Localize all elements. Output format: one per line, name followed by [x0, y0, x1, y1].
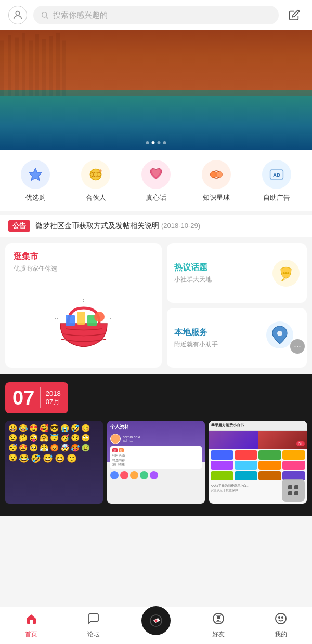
search-icon — [41, 11, 49, 19]
nav-friends[interactable]: 好友 — [187, 612, 250, 639]
guanggao-icon-circle: AD — [262, 160, 291, 189]
svg-point-27 — [94, 312, 105, 322]
svg-rect-10 — [42, 39, 46, 96]
content-card-2[interactable]: 个人资料 admin coxiadm... 热 荐 社区活动 精选内容 热门话题 — [107, 421, 205, 504]
announcement-text: 微梦社区金币获取方式及发帖相关说明 (2018-10-29) — [35, 221, 200, 231]
svg-rect-9 — [35, 34, 39, 96]
svg-rect-36 — [294, 485, 298, 489]
zhishi-icon-circle — [202, 160, 231, 189]
svg-rect-3 — [0, 30, 312, 96]
content-card-1[interactable]: 😀😂😍🥰😎 😭🤣😊😉🤔 😜🤗😇🥳😏 🙄😴🤩🥺😤 😡🤯🥵🤢😵 😂🤣😅😆🙂 — [5, 421, 103, 504]
nav-forum-label: 论坛 — [87, 630, 100, 639]
svg-line-2 — [46, 17, 48, 19]
banner-dot-2[interactable] — [152, 141, 155, 144]
nav-forum[interactable]: 论坛 — [62, 612, 125, 639]
svg-rect-12 — [56, 33, 60, 96]
svg-point-31 — [283, 272, 285, 274]
svg-point-45 — [276, 613, 286, 624]
date-month: 07月 — [46, 397, 61, 407]
bottom-spacer — [0, 516, 312, 558]
svg-text:AD: AD — [273, 172, 280, 178]
avatar[interactable] — [8, 6, 27, 24]
nav-mine[interactable]: 我的 — [250, 612, 312, 639]
svg-rect-8 — [29, 40, 33, 96]
zhenshenghua-icon-circle — [141, 160, 171, 189]
floating-grid-button[interactable] — [282, 479, 305, 502]
svg-point-21 — [216, 171, 222, 178]
date-box: 07 2018 07月 — [5, 382, 68, 413]
cards-grid: 逛集市 优质商家任你选 — [0, 238, 312, 373]
date-day: 07 — [12, 388, 34, 408]
card-local-service-icon-wrap: ··· — [266, 321, 300, 355]
search-placeholder: 搜索你感兴趣的 — [53, 10, 108, 20]
banner-water — [0, 90, 312, 150]
card-hot-topics-subtitle: 小社群大天地 — [174, 275, 212, 284]
nav-home-label: 首页 — [25, 630, 37, 639]
nav-discover[interactable] — [125, 616, 187, 635]
svg-point-19 — [99, 169, 101, 172]
card-local-service[interactable]: 本地服务 附近就有小助手 ··· — [167, 308, 307, 368]
banner-image — [0, 30, 312, 150]
friends-icon — [212, 612, 225, 628]
card-right-column: 热议话题 小社群大天地 本地服务 附近就有小助手 — [167, 243, 307, 368]
quick-icon-guanggao[interactable]: AD 自助广告 — [246, 160, 307, 203]
svg-point-47 — [282, 617, 283, 618]
svg-rect-5 — [8, 35, 11, 96]
banner-dots — [146, 141, 166, 144]
content-header: 07 2018 07月 — [5, 382, 307, 413]
svg-point-32 — [285, 272, 287, 274]
date-month-year: 2018 07月 — [46, 390, 61, 407]
banner-dot-1[interactable] — [146, 141, 149, 144]
content-card-1-bg: 😀😂😍🥰😎 😭🤣😊😉🤔 😜🤗😇🥳😏 🙄😴🤩🥺😤 😡🤯🥵🤢😵 😂🤣😅😆🙂 — [5, 421, 103, 504]
date-divider — [40, 387, 41, 408]
quick-icon-zhishi[interactable]: 知识星球 — [186, 160, 246, 203]
huoban-icon-circle — [81, 160, 110, 189]
card-local-service-title: 本地服务 — [174, 327, 218, 338]
svg-point-0 — [16, 11, 19, 15]
discover-center-button[interactable] — [141, 606, 171, 635]
svg-rect-13 — [62, 40, 66, 96]
announcement-bar[interactable]: 公告 微梦社区金币获取方式及发帖相关说明 (2018-10-29) — [0, 215, 312, 237]
card-hot-topics-icon — [272, 260, 300, 287]
banner — [0, 30, 312, 150]
card-market-title: 逛集市 — [14, 252, 38, 261]
content-section: 07 2018 07月 😀😂😍🥰😎 😭🤣😊😉🤔 😜🤗😇🥳😏 🙄😴🤩🥺😤 😡🤯🥵🤢… — [0, 374, 312, 516]
svg-rect-37 — [288, 491, 292, 495]
svg-rect-25 — [77, 312, 85, 325]
content-card-2-bg: 个人资料 admin coxiadm... 热 荐 社区活动 精选内容 热门话题 — [107, 421, 205, 504]
svg-point-41 — [155, 619, 158, 622]
card-hot-topics-title: 热议话题 — [174, 262, 212, 273]
card-local-service-subtitle: 附近就有小助手 — [174, 340, 218, 349]
card-hot-topics-text: 热议话题 小社群大天地 — [174, 262, 212, 284]
card-market-subtitle: 优质商家任你选 — [14, 264, 153, 273]
announcement-badge: 公告 — [8, 220, 30, 232]
home-icon — [25, 612, 37, 628]
nav-mine-label: 我的 — [275, 630, 287, 639]
edit-button[interactable] — [285, 6, 304, 24]
svg-rect-4 — [0, 40, 4, 96]
svg-point-1 — [42, 12, 47, 17]
basket-illustration — [50, 295, 118, 363]
quick-icons-section: 优选购 合伙人 真心话 — [0, 150, 312, 211]
card-local-service-text: 本地服务 附近就有小助手 — [174, 327, 218, 349]
emoji-grid: 😀😂😍🥰😎 😭🤣😊😉🤔 😜🤗😇🥳😏 🙄😴🤩🥺😤 😡🤯🥵🤢😵 😂🤣😅😆🙂 — [5, 421, 103, 466]
content-cards: 😀😂😍🥰😎 😭🤣😊😉🤔 😜🤗😇🥳😏 🙄😴🤩🥺😤 😡🤯🥵🤢😵 😂🤣😅😆🙂 个人资料… — [5, 421, 307, 504]
youxuangou-icon-circle — [21, 160, 50, 189]
quick-icon-zhenshenghua[interactable]: 真心话 — [126, 160, 186, 203]
banner-dot-4[interactable] — [163, 141, 166, 144]
guanggao-label: 自助广告 — [263, 193, 290, 203]
date-year: 2018 — [46, 390, 61, 397]
zhenshenghua-label: 真心话 — [146, 193, 166, 203]
card-market[interactable]: 逛集市 优质商家任你选 — [5, 243, 162, 368]
nav-home[interactable]: 首页 — [0, 612, 62, 639]
more-dots-icon[interactable]: ··· — [290, 339, 305, 354]
svg-point-33 — [287, 272, 289, 274]
quick-icon-youxuangou[interactable]: 优选购 — [5, 160, 66, 203]
banner-dot-3[interactable] — [158, 141, 161, 144]
search-bar[interactable]: 搜索你感兴趣的 — [33, 6, 279, 24]
quick-icon-huoban[interactable]: 合伙人 — [66, 160, 126, 203]
huoban-label: 合伙人 — [86, 193, 106, 203]
card-local-service-icon — [266, 321, 293, 348]
card-hot-topics[interactable]: 热议话题 小社群大天地 — [167, 243, 307, 303]
svg-rect-38 — [294, 491, 298, 495]
